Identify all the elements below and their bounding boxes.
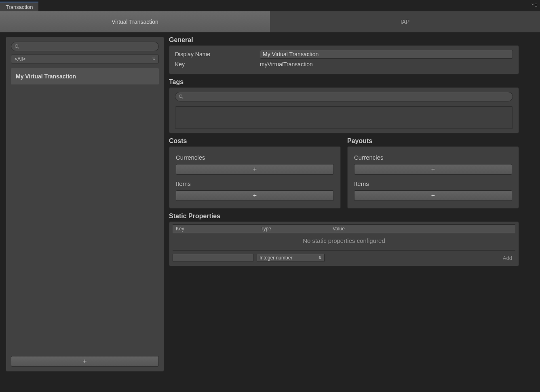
static-props-title: Static Properties	[169, 213, 519, 220]
svg-rect-2	[535, 6, 537, 6]
chevron-updown-icon: ⇅	[152, 57, 155, 61]
dropdown-label: <All>	[15, 56, 25, 62]
sidebar-search-input[interactable]	[22, 44, 155, 49]
svg-line-6	[182, 97, 183, 99]
static-props-key-input[interactable]	[173, 254, 253, 262]
type-dropdown-label: Integer number	[259, 255, 292, 261]
key-row: Key myVirtualTransaction	[175, 61, 513, 67]
tab-label: IAP	[401, 19, 410, 25]
section-static-properties: Static Properties Key Type Value No stat…	[169, 213, 519, 266]
svg-rect-0	[535, 4, 537, 4]
svg-point-3	[15, 45, 18, 48]
tags-title: Tags	[169, 78, 519, 86]
tags-search-input[interactable]	[186, 94, 509, 99]
general-box: Display Name Key myVirtualTransaction	[169, 45, 519, 74]
general-title: General	[169, 36, 519, 44]
add-button-label: Add	[503, 255, 512, 261]
tags-search[interactable]	[175, 92, 513, 101]
window-tab-label: Transaction	[6, 4, 33, 10]
tab-label: Virtual Transaction	[112, 19, 158, 25]
costs-box: Currencies + Items +	[169, 146, 341, 209]
section-payouts: Payouts Currencies + Items +	[347, 137, 519, 209]
section-general: General Display Name Key myVirtualTransa…	[169, 36, 519, 74]
add-label: +	[253, 192, 257, 199]
tags-body	[175, 106, 513, 129]
chevron-updown-icon: ⇅	[319, 256, 322, 260]
add-label: +	[431, 166, 435, 173]
add-label: +	[253, 166, 257, 173]
payouts-add-currency-button[interactable]: +	[354, 164, 512, 175]
costs-title: Costs	[169, 137, 341, 145]
payouts-currencies-label: Currencies	[354, 154, 512, 161]
sidebar-filter-dropdown[interactable]: <All> ⇅	[11, 55, 159, 63]
list-item-label: My Virtual Transaction	[16, 73, 76, 80]
payouts-add-item-button[interactable]: +	[354, 190, 512, 201]
static-props-box: Key Type Value No static properties conf…	[169, 221, 519, 266]
costs-payouts-row: Costs Currencies + Items + Payouts Curre…	[169, 137, 519, 209]
static-props-footer: Integer number ⇅ Add	[173, 254, 515, 262]
section-costs: Costs Currencies + Items +	[169, 137, 341, 209]
window-tab-transaction[interactable]: Transaction	[0, 2, 38, 11]
col-type-label: Type	[261, 226, 333, 232]
static-props-empty-text: No static properties configured	[173, 233, 515, 250]
content-row: <All> ⇅ My Virtual Transaction + General…	[0, 32, 540, 376]
static-props-header: Key Type Value	[173, 224, 515, 233]
tab-virtual-transaction[interactable]: Virtual Transaction	[0, 11, 270, 32]
sidebar-item-my-virtual-transaction[interactable]: My Virtual Transaction	[11, 68, 159, 84]
costs-add-currency-button[interactable]: +	[176, 164, 334, 175]
key-label: Key	[175, 61, 260, 67]
costs-add-item-button[interactable]: +	[176, 190, 334, 201]
right-panel: General Display Name Key myVirtualTransa…	[169, 36, 538, 372]
payouts-items-label: Items	[354, 180, 512, 187]
sidebar-search[interactable]	[11, 42, 159, 51]
col-value-label: Value	[333, 226, 512, 232]
svg-point-5	[179, 95, 182, 98]
sidebar-spacer	[11, 84, 159, 356]
divider	[173, 250, 515, 251]
sub-tab-bar: Virtual Transaction IAP	[0, 11, 540, 32]
window-options-icon[interactable]	[531, 3, 538, 7]
sidebar: <All> ⇅ My Virtual Transaction +	[6, 36, 164, 372]
sidebar-add-button[interactable]: +	[11, 356, 159, 367]
svg-line-4	[18, 47, 19, 48]
search-icon	[179, 94, 184, 99]
static-props-type-dropdown[interactable]: Integer number ⇅	[257, 254, 325, 262]
payouts-title: Payouts	[347, 137, 519, 145]
svg-rect-1	[535, 5, 537, 5]
static-props-add-button[interactable]: Add	[500, 254, 515, 262]
display-name-row: Display Name	[175, 50, 513, 59]
tags-box	[169, 87, 519, 133]
section-tags: Tags	[169, 78, 519, 133]
display-name-input[interactable]	[260, 50, 513, 59]
costs-currencies-label: Currencies	[176, 154, 334, 161]
col-key-label: Key	[176, 226, 261, 232]
search-icon	[15, 44, 19, 49]
tab-iap[interactable]: IAP	[270, 11, 540, 32]
add-button-label: +	[83, 358, 86, 365]
payouts-box: Currencies + Items +	[347, 146, 519, 209]
window-tab-bar: Transaction	[0, 0, 540, 11]
costs-items-label: Items	[176, 180, 334, 187]
add-label: +	[431, 192, 435, 199]
key-value: myVirtualTransaction	[260, 61, 513, 67]
display-name-label: Display Name	[175, 51, 260, 57]
